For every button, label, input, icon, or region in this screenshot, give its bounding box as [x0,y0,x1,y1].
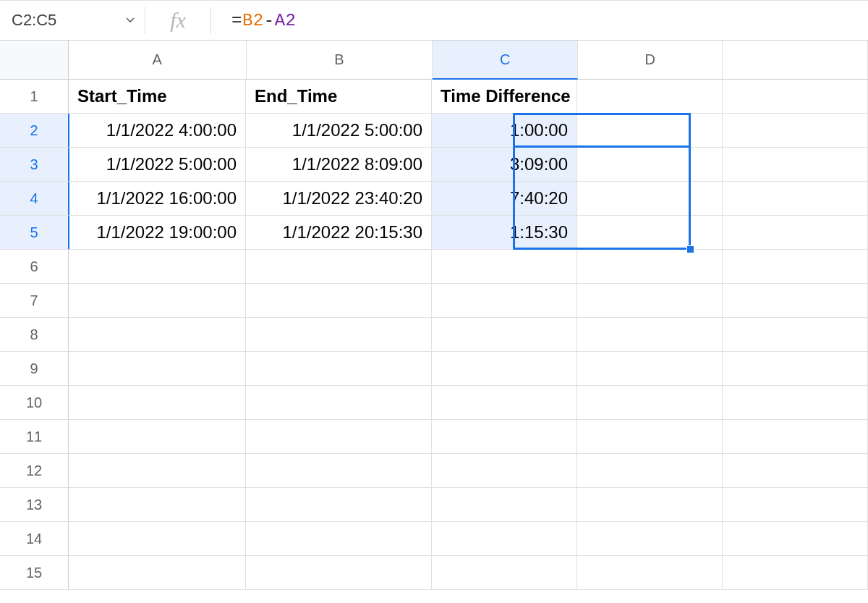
cell-B3[interactable]: 1/1/2022 8:09:00 [246,148,432,182]
cell-B6[interactable] [246,250,432,284]
cell-B12[interactable] [246,454,432,488]
cell-D2[interactable] [577,114,723,148]
cell-E8[interactable] [723,318,868,352]
cell-C4[interactable]: 7:40:20 [432,182,577,216]
cell-D7[interactable] [577,284,723,318]
cell-E7[interactable] [723,284,868,318]
cell-E14[interactable] [723,522,868,556]
cell-A13[interactable] [69,488,246,522]
row-header-8[interactable]: 8 [0,318,69,352]
cell-A11[interactable] [69,420,246,454]
cell-D10[interactable] [577,386,723,420]
cell-B2[interactable]: 1/1/2022 5:00:00 [246,114,432,148]
cell-A7[interactable] [69,284,246,318]
cell-C15[interactable] [432,556,577,590]
cell-C9[interactable] [432,352,577,386]
cell-B1[interactable]: End_Time [246,80,432,114]
cell-C11[interactable] [432,420,577,454]
cell-E13[interactable] [723,488,868,522]
name-box[interactable]: C2:C5 [0,1,145,40]
cell-E12[interactable] [723,454,868,488]
cell-C10[interactable] [432,386,577,420]
cell-B8[interactable] [246,318,432,352]
cells-area[interactable]: Start_TimeEnd_TimeTime Difference1/1/202… [69,80,868,590]
cell-A14[interactable] [69,522,246,556]
cell-C6[interactable] [432,250,577,284]
cell-B13[interactable] [246,488,432,522]
cell-C8[interactable] [432,318,577,352]
cell-A3[interactable]: 1/1/2022 5:00:00 [69,148,246,182]
column-header-C[interactable]: C [433,41,578,80]
cell-D15[interactable] [577,556,723,590]
cell-D8[interactable] [577,318,723,352]
cell-D3[interactable] [577,148,723,182]
cell-E3[interactable] [723,148,868,182]
cell-C1[interactable]: Time Difference [432,80,577,114]
cell-C14[interactable] [432,522,577,556]
cell-A5[interactable]: 1/1/2022 19:00:00 [69,216,246,250]
cell-E5[interactable] [723,216,868,250]
cell-E4[interactable] [723,182,868,216]
cell-C7[interactable] [432,284,577,318]
row-header-7[interactable]: 7 [0,284,69,318]
row-header-10[interactable]: 10 [0,386,69,420]
row-header-1[interactable]: 1 [0,80,69,114]
cell-D12[interactable] [577,454,723,488]
cell-E6[interactable] [723,250,868,284]
column-header-E[interactable] [723,41,868,79]
column-header-A[interactable]: A [69,41,247,79]
row-header-13[interactable]: 13 [0,488,69,522]
cell-A10[interactable] [69,386,246,420]
cell-C5[interactable]: 1:15:30 [432,216,577,250]
cell-B10[interactable] [246,386,432,420]
cell-C3[interactable]: 3:09:00 [432,148,577,182]
cell-D4[interactable] [577,182,723,216]
cell-B11[interactable] [246,420,432,454]
cell-D9[interactable] [577,352,723,386]
column-header-B[interactable]: B [247,41,433,79]
cell-D5[interactable] [577,216,723,250]
cell-E9[interactable] [723,352,868,386]
cell-D11[interactable] [577,420,723,454]
row-header-12[interactable]: 12 [0,454,69,488]
column-header-D[interactable]: D [578,41,723,79]
cell-E15[interactable] [723,556,868,590]
cell-C12[interactable] [432,454,577,488]
cell-D6[interactable] [577,250,723,284]
cell-A8[interactable] [69,318,246,352]
cell-A9[interactable] [69,352,246,386]
cell-D1[interactable] [577,80,723,114]
cell-D13[interactable] [577,488,723,522]
row-header-3[interactable]: 3 [0,148,69,182]
cell-A6[interactable] [69,250,246,284]
cell-A1[interactable]: Start_Time [69,80,246,114]
cell-A2[interactable]: 1/1/2022 4:00:00 [69,114,246,148]
row-header-15[interactable]: 15 [0,556,69,590]
formula-input[interactable]: =B2-A2 [211,11,868,30]
row-header-11[interactable]: 11 [0,420,69,454]
cell-E2[interactable] [723,114,868,148]
fill-handle[interactable] [686,245,694,253]
cell-A12[interactable] [69,454,246,488]
cell-B5[interactable]: 1/1/2022 20:15:30 [246,216,432,250]
row-header-4[interactable]: 4 [0,182,69,216]
cell-B14[interactable] [246,522,432,556]
row-header-5[interactable]: 5 [0,216,69,250]
name-box-dropdown-icon[interactable] [126,17,135,23]
row-header-14[interactable]: 14 [0,522,69,556]
cell-B9[interactable] [246,352,432,386]
cell-E1[interactable] [723,80,868,114]
cell-E10[interactable] [723,386,868,420]
row-header-2[interactable]: 2 [0,114,69,148]
cell-A4[interactable]: 1/1/2022 16:00:00 [69,182,246,216]
select-all-corner[interactable] [0,41,69,80]
cell-B4[interactable]: 1/1/2022 23:40:20 [246,182,432,216]
cell-B7[interactable] [246,284,432,318]
cell-B15[interactable] [246,556,432,590]
cell-A15[interactable] [69,556,246,590]
cell-C2[interactable]: 1:00:00 [432,114,577,148]
row-header-9[interactable]: 9 [0,352,69,386]
cell-C13[interactable] [432,488,577,522]
row-header-6[interactable]: 6 [0,250,69,284]
cell-D14[interactable] [577,522,723,556]
